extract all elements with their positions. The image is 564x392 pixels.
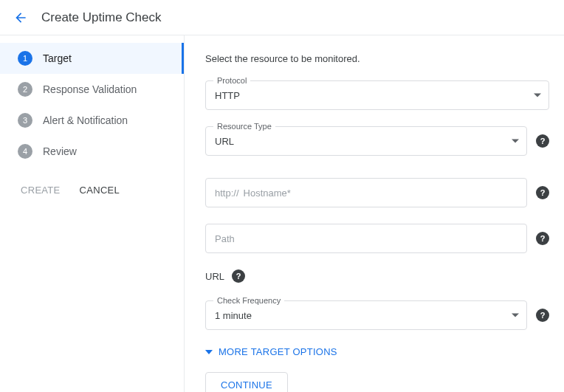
- hostname-prefix: http://: [215, 188, 239, 199]
- help-icon[interactable]: ?: [536, 186, 549, 199]
- step-label: Review: [43, 145, 77, 157]
- main-panel: Select the resource to be monitored. Pro…: [185, 35, 564, 392]
- step-label: Alert & Notification: [43, 114, 128, 126]
- chevron-down-icon: [205, 350, 213, 354]
- step-label: Response Validation: [43, 83, 137, 95]
- protocol-value: HTTP: [215, 90, 240, 101]
- protocol-select[interactable]: Protocol HTTP: [205, 80, 549, 110]
- continue-button[interactable]: CONTINUE: [205, 372, 288, 392]
- cancel-button[interactable]: CANCEL: [80, 185, 120, 196]
- instruction-text: Select the resource to be monitored.: [205, 53, 549, 64]
- step-label: Target: [43, 52, 72, 64]
- check-frequency-value: 1 minute: [215, 310, 252, 321]
- step-number: 2: [18, 82, 32, 97]
- help-icon[interactable]: ?: [232, 269, 245, 283]
- resource-type-select[interactable]: Resource Type URL: [205, 126, 527, 156]
- step-alert-notification[interactable]: 3 Alert & Notification: [0, 105, 184, 136]
- hostname-placeholder: Hostname*: [244, 188, 291, 199]
- arrow-left-icon: [13, 10, 28, 25]
- url-label: URL: [205, 271, 224, 282]
- dropdown-icon: [512, 140, 519, 143]
- page-title: Create Uptime Check: [41, 10, 162, 25]
- more-target-options-toggle[interactable]: MORE TARGET OPTIONS: [205, 346, 549, 357]
- path-input[interactable]: Path: [205, 224, 527, 253]
- path-placeholder: Path: [215, 233, 235, 244]
- resource-type-label: Resource Type: [213, 122, 275, 131]
- step-target[interactable]: 1 Target: [0, 43, 184, 74]
- help-icon[interactable]: ?: [536, 232, 549, 245]
- dropdown-icon: [512, 314, 519, 317]
- check-frequency-select[interactable]: Check Frequency 1 minute: [205, 300, 527, 330]
- back-button[interactable]: [12, 9, 30, 27]
- step-number: 4: [18, 144, 32, 159]
- step-number: 1: [18, 51, 32, 66]
- hostname-input[interactable]: http:// Hostname*: [205, 178, 527, 207]
- more-options-label: MORE TARGET OPTIONS: [219, 346, 337, 357]
- help-icon[interactable]: ?: [536, 309, 549, 322]
- help-icon[interactable]: ?: [536, 134, 549, 148]
- resource-type-value: URL: [215, 136, 234, 147]
- step-review[interactable]: 4 Review: [0, 136, 184, 167]
- step-number: 3: [18, 113, 32, 128]
- check-frequency-label: Check Frequency: [213, 296, 284, 305]
- step-response-validation[interactable]: 2 Response Validation: [0, 74, 184, 105]
- sidebar: 1 Target 2 Response Validation 3 Alert &…: [0, 35, 185, 392]
- create-button: CREATE: [21, 185, 61, 196]
- dropdown-icon: [534, 94, 541, 97]
- protocol-label: Protocol: [213, 76, 250, 85]
